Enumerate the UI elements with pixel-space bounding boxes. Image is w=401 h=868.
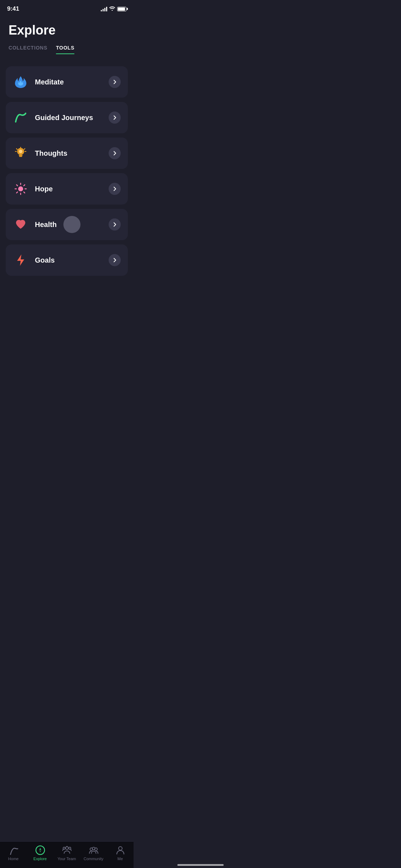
goals-label: Goals (35, 256, 55, 264)
guided-journeys-arrow[interactable] (109, 112, 121, 124)
lightbulb-icon (13, 145, 28, 161)
hope-label: Hope (35, 185, 53, 193)
svg-point-6 (19, 150, 22, 153)
svg-point-7 (18, 186, 23, 191)
svg-line-2 (16, 149, 17, 150)
thoughts-arrow[interactable] (109, 147, 121, 159)
status-time: 9:41 (7, 5, 19, 12)
svg-line-14 (24, 185, 25, 186)
signal-icon (101, 6, 107, 11)
tab-tools[interactable]: TOOLS (56, 45, 74, 53)
tool-card-goals[interactable]: Goals (6, 244, 128, 276)
fire-icon (13, 74, 28, 90)
guided-journeys-label: Guided Journeys (35, 114, 93, 122)
tool-card-hope[interactable]: Hope (6, 173, 128, 205)
status-bar: 9:41 (0, 0, 134, 16)
journey-icon (13, 110, 28, 125)
battery-icon (117, 7, 126, 11)
svg-line-13 (24, 192, 25, 193)
tab-bar: COLLECTIONS TOOLS (9, 45, 125, 55)
tab-collections[interactable]: COLLECTIONS (9, 45, 47, 53)
tool-card-thoughts[interactable]: Thoughts (6, 138, 128, 169)
sun-icon (13, 181, 28, 197)
tool-card-guided-journeys[interactable]: Guided Journeys (6, 102, 128, 133)
heart-icon (13, 217, 28, 232)
goals-arrow[interactable] (109, 254, 121, 266)
page-title: Explore (9, 23, 125, 38)
meditate-label: Meditate (35, 78, 64, 86)
page-header: Explore COLLECTIONS TOOLS (0, 16, 134, 61)
health-arrow[interactable] (109, 218, 121, 231)
svg-line-15 (17, 192, 18, 193)
meditate-arrow[interactable] (109, 76, 121, 88)
tools-list: Meditate Guided Journeys (0, 61, 134, 281)
hope-arrow[interactable] (109, 183, 121, 195)
status-icons (101, 6, 126, 12)
health-indicator (63, 216, 80, 233)
svg-line-12 (17, 185, 18, 186)
wifi-icon (109, 6, 115, 12)
svg-line-3 (24, 149, 25, 150)
tool-card-meditate[interactable]: Meditate (6, 66, 128, 98)
health-label: Health (35, 221, 57, 229)
lightning-icon (13, 252, 28, 268)
thoughts-label: Thoughts (35, 149, 67, 157)
tool-card-health[interactable]: Health (6, 209, 128, 240)
